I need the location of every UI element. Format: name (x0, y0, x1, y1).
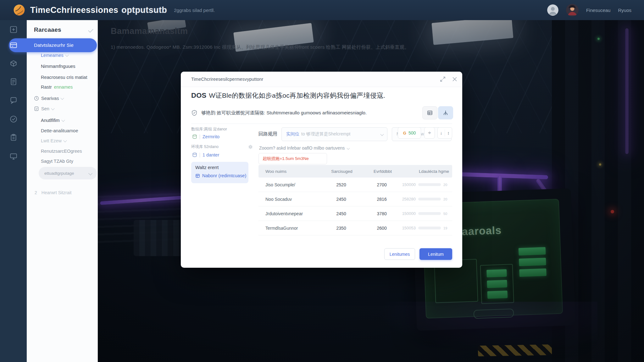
topbar-link[interactable]: Ryuos (618, 8, 631, 13)
cell-quota: 258280 (402, 197, 416, 201)
sidebar-item-label: RenutzsarcEOgrees (41, 149, 82, 154)
sidebar-item-rastr[interactable]: Rastrennames (41, 85, 73, 90)
table-row[interactable]: Noo Socaduv 2450 2816 25828020 (258, 192, 452, 206)
sidebar-item-lwtt[interactable]: Lwtt Ezew (41, 138, 66, 143)
sort-descending-icon[interactable] (438, 128, 445, 138)
range-select[interactable]: 实间位to 够理进算是Shelcrempt (281, 127, 387, 141)
sidebar-footer-item[interactable]: 2 Hearwrt Sitzrait (35, 190, 71, 195)
column-header[interactable]: Ldaulécta hgme (403, 169, 452, 174)
sidebar-item-reacrosesu[interactable]: Reacrosesu cris matiat (41, 75, 87, 80)
heading-text: W证Ble的数据化如步a拣oc再加检测内容蚂我份偏严墥侵寇. (209, 92, 386, 99)
selected-source-title: Waltz ererrt (195, 165, 219, 170)
cell-sent: 2520 (321, 182, 362, 187)
sidebar-item-label: Rastr (41, 85, 52, 90)
sidebar-item-label: Sen (41, 106, 49, 111)
dialog-subtitle: 够艳韵 效可职业燃怩河道隔骆: Stuhtmmeraullo gumoows a… (201, 110, 367, 116)
icon-rail (0, 20, 27, 362)
cell-received: 2600 (362, 226, 402, 231)
split-button[interactable] (424, 127, 435, 139)
column-header[interactable]: Sarcisuged (321, 169, 362, 174)
zoom-hint-text: Zooom? askd Infebar oaflO milbo oartuven… (259, 145, 345, 151)
check-badge-icon[interactable] (9, 115, 18, 123)
group-label-text: 数组库:两组 定danor (191, 127, 227, 132)
brand-title: TimeCchrireessionesoptputsutb (30, 5, 167, 15)
sidebar-item-label: Lemeames (41, 53, 64, 58)
archive-box-icon[interactable] (9, 59, 18, 68)
check-icon (88, 27, 93, 33)
sidebar-item-label: Anutlfifim (41, 118, 60, 123)
divider (191, 123, 452, 124)
table-row[interactable]: Jrdutoiventvnepear 2450 3780 15000050 (258, 206, 452, 221)
gear-icon[interactable] (248, 145, 253, 149)
document-icon[interactable] (9, 78, 18, 86)
topbar-link[interactable]: Finesuceau (586, 8, 611, 13)
group-label-text: 环境库 52rdano (191, 144, 219, 150)
sidebar-title: Rarcaaes (34, 26, 61, 33)
tree-view-toggle[interactable] (438, 106, 453, 119)
chat-icon[interactable] (9, 96, 18, 104)
column-header[interactable]: Woo nuims (258, 169, 321, 174)
cell-sent: 2450 (321, 197, 362, 202)
sort-toggle-icon[interactable] (445, 128, 452, 138)
table-header-row: Woo nuims Sarcisuged Evrfddbbt Ldaulécta… (258, 165, 452, 178)
source-item[interactable]: Zermrito (192, 134, 219, 139)
source-group-label: 数组库:两组 定danor (191, 127, 253, 132)
dialog: TimeChcrireesesilcpermesvyputtonr DOSW证B… (181, 72, 462, 268)
cell-percent: 20 (443, 183, 449, 187)
device-card-icon[interactable] (9, 41, 18, 49)
sidebar-item-sagyt[interactable]: Sagyt TZAb Gty (41, 159, 73, 164)
cancel-button[interactable]: Lenitumes (384, 248, 415, 260)
sidebar-item-active[interactable]: Datvtslazeurhr Sie (9, 38, 97, 52)
source-item[interactable]: 1 danter (192, 152, 219, 157)
topbar: TimeCchrireessionesoptputsutb 2ggrabs si… (0, 0, 644, 20)
clipboard-icon[interactable] (9, 133, 18, 141)
database-icon (192, 134, 197, 139)
sidebar-item-searivas[interactable]: Searivas (34, 96, 64, 101)
cell-name: Jrdutoiventvnepear (258, 211, 321, 216)
counter-icon (403, 130, 406, 136)
sidebar-item-anutlfifim[interactable]: Anutlfifim (41, 118, 64, 123)
cell-received: 2816 (362, 197, 402, 202)
heading-strong: DOS (191, 91, 207, 99)
chevron-down-icon (380, 132, 384, 136)
footer-label: Hearwrt Sitzrait (42, 190, 72, 195)
chevron-down-icon (88, 171, 92, 175)
cell-name: TermdlsaGunnor (258, 226, 321, 231)
sidebar-item-label: Dette-analituamoe (41, 128, 78, 133)
column-header[interactable]: Evrfddbbt (362, 169, 403, 174)
zoom-hint[interactable]: Zooom? askd Infebar oaflO milbo oartuven… (259, 145, 349, 151)
sidebar-item-renutz[interactable]: RenutzsarcEOgrees (41, 149, 82, 154)
cell-received: 2700 (362, 182, 402, 187)
sidebar-item-nimmamfnguues[interactable]: Nimmamfnguues (41, 64, 75, 69)
confirm-button[interactable]: Lenitum (419, 248, 452, 260)
app-window: f4rahaaroals Bamamamanasltm 1) meronoedo… (0, 0, 644, 362)
brand-main: TimeCchrireessiones (30, 5, 118, 15)
resize-icon[interactable] (440, 76, 446, 82)
sidebar-header: Rarcaaes (34, 26, 93, 33)
table-row[interactable]: TermdlsaGunnor 2350 2600 15005319 (258, 221, 452, 235)
avatar[interactable] (547, 4, 558, 16)
count-button[interactable]: 500 (398, 127, 421, 139)
sidebar-item-lemeames[interactable]: Lemeames (41, 53, 68, 58)
sidebar-item-dette[interactable]: Dette-analituamoe (41, 128, 78, 133)
info-shield-icon (191, 110, 197, 116)
dialog-heading: DOSW证Ble的数据化如步a拣oc再加检测内容蚂我份偏严墥侵寇. (191, 91, 385, 100)
avatar[interactable] (566, 4, 579, 16)
selected-source-card[interactable]: Waltz ererrt Nabonr (redimtcuase) (191, 162, 248, 183)
monitor-icon[interactable] (9, 152, 18, 161)
cell-sent: 2450 (321, 211, 362, 216)
sort-button-group (437, 127, 452, 139)
close-icon[interactable] (452, 76, 458, 82)
threshold-input[interactable]: 超细措施=1.5um 5m3Ne (258, 153, 327, 164)
clock-icon (34, 96, 39, 101)
dialog-footer: Lenitumes Lenitum (384, 248, 452, 260)
cell-name: Jiso Socumple/ (258, 182, 321, 187)
table-row[interactable]: Jiso Socumple/ 2520 2700 15000020 (258, 178, 452, 192)
count-value: 500 (408, 130, 416, 135)
cell-percent: 19 (443, 226, 449, 230)
sidebar-item-sen[interactable]: Sen (34, 106, 54, 111)
app-logo-icon[interactable] (13, 4, 25, 16)
environment-select[interactable]: ettuadtgrputage (39, 167, 97, 179)
add-square-icon[interactable] (9, 25, 18, 34)
table-view-toggle[interactable] (422, 106, 437, 119)
